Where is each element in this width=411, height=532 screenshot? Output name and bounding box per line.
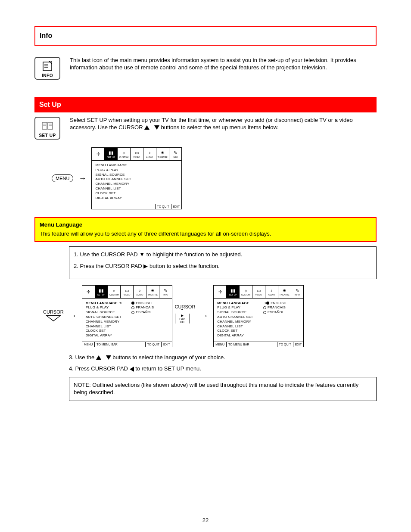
mi-0: MENU LANGUAGE xyxy=(95,163,178,168)
cursor-pad-right: CURSOR ▶ FAV CH xyxy=(175,304,196,328)
info-title: Info xyxy=(40,32,52,39)
setup-book-icon xyxy=(36,119,59,132)
tri-down-icon xyxy=(106,355,111,360)
fav-ch-icon: ▶ FAV CH xyxy=(175,309,190,328)
steps-box: 1. Use the CURSOR PAD ▼ to highlight the… xyxy=(69,246,377,279)
foot-exit: EXIT xyxy=(171,204,182,209)
notepad-icon xyxy=(36,59,59,72)
osd-menubar-2: ✢ ▮▮SET UP ☼CUSTOM ▭VIDEO ♪AUDIO ✷THEATR… xyxy=(82,286,172,299)
osd-foot-1: TO QUIT EXIT xyxy=(92,204,181,209)
setup-heading-bar: Set Up xyxy=(34,97,377,112)
info-row: INFO This last icon of the main menu pro… xyxy=(34,57,377,80)
step-2: 2. Press the CURSOR PAD ▶ button to sele… xyxy=(74,263,372,270)
mb-video: ▭VIDEO xyxy=(131,148,143,160)
svg-marker-4 xyxy=(49,61,52,64)
mb-info: ✎INFO xyxy=(169,148,182,160)
mi-1: PLUG & PLAY xyxy=(95,168,178,173)
setup-intro-c: buttons to select the set up menus items… xyxy=(161,124,279,131)
osd-cluster-2: CURSOR ▼ → ✢ ▮▮SET UP ☼CUSTOM ▭VIDEO ♪AU… xyxy=(43,285,377,347)
mi-6: CLOCK SET xyxy=(95,191,178,196)
osd-body-2: MENU LANGUAGE➔ PLUG & PLAY SIGNAL SOURCE… xyxy=(82,299,172,342)
info-title-box: Info xyxy=(34,26,377,46)
osd-foot-3: MENU TO MENU BAR TO QUIT EXIT xyxy=(214,342,303,347)
setup-heading: Set Up xyxy=(39,101,61,108)
opt-fr: FRANCAIS xyxy=(131,305,168,310)
cursor-down-glyph xyxy=(154,125,159,130)
osd-screen-3: ✢ ▮▮SET UP ☼CUSTOM ▭VIDEO ♪AUDIO ✷THEATR… xyxy=(213,285,304,347)
mi-3: AUTO CHANNEL SET xyxy=(95,177,178,182)
osd-screen-2: ✢ ▮▮SET UP ☼CUSTOM ▭VIDEO ♪AUDIO ✷THEATR… xyxy=(82,285,172,347)
cursor-pad-down: CURSOR ▼ xyxy=(43,309,64,323)
svg-rect-6 xyxy=(48,122,53,129)
osd-body-1: MENU LANGUAGE PLUG & PLAY SIGNAL SOURCE … xyxy=(92,161,181,204)
foot-quit: TO QUIT xyxy=(156,204,171,209)
mi3-0: MENU LANGUAGE xyxy=(217,301,263,306)
arrow-right-icon-2: → xyxy=(66,311,79,320)
osd-menubar-3: ✢ ▮▮SET UP ☼CUSTOM ▭VIDEO ♪AUDIO ✷THEATR… xyxy=(214,286,303,299)
info-description: This last icon of the main menu provides… xyxy=(70,57,377,72)
osd-screen-1: ✢ ▮▮SET UP ☼CUSTOM ▭VIDEO ♪AUDIO ✷THEATR… xyxy=(91,147,182,209)
arrow-right-icon-3: → xyxy=(198,311,211,320)
mb-nav: ✢ xyxy=(92,148,105,160)
setup-icon-label: SET UP xyxy=(36,133,59,138)
mi-4: CHANNEL MEMORY xyxy=(95,182,178,187)
mi-5: CHANNEL LIST xyxy=(95,187,178,191)
cursor-label: CURSOR xyxy=(43,309,64,314)
opt3-fr: FRANCAIS xyxy=(263,305,300,310)
arrow-right-icon: → xyxy=(76,174,89,183)
mb-setup: ▮▮SET UP xyxy=(105,148,118,160)
osd-menubar-1: ✢ ▮▮SET UP ☼CUSTOM ▭VIDEO ♪AUDIO ✷THEATR… xyxy=(92,148,181,161)
svg-rect-0 xyxy=(43,62,52,71)
mi-7: DIGITAL ARRAY xyxy=(95,196,178,201)
svg-rect-5 xyxy=(42,122,47,129)
step-4: 4. Press CURSOR PAD to return to SET UP … xyxy=(69,365,377,373)
mb-audio: ♪AUDIO xyxy=(143,148,156,160)
info-icon-frame: INFO xyxy=(34,57,60,80)
osd-foot-2: MENU TO MENU BAR TO QUIT EXIT xyxy=(82,342,172,347)
mb-theatre: ✷THEATRE xyxy=(156,148,169,160)
step-1: 1. Use the CURSOR PAD ▼ to highlight the… xyxy=(74,251,372,258)
note-text: NOTE: Outlined selections (like shown ab… xyxy=(74,382,372,396)
steps-3-4: 3. Use the buttons to select the languag… xyxy=(69,354,377,373)
setup-intro: Select SET UP when setting up your TV fo… xyxy=(70,117,377,131)
setup-intro-row: SET UP Select SET UP when setting up you… xyxy=(34,117,377,140)
opt-es: ESPAÑOL xyxy=(131,310,168,315)
note-box: NOTE: Outlined selections (like shown ab… xyxy=(69,377,377,401)
osd-cluster-1: MENU → ✢ ▮▮SET UP ☼CUSTOM ▭VIDEO ♪AUDIO … xyxy=(52,147,377,209)
cursor-up-glyph xyxy=(144,125,149,130)
menu-language-box: Menu Language This feature will allow yo… xyxy=(34,217,377,242)
tri-left-icon xyxy=(130,367,134,372)
mb-custom: ☼CUSTOM xyxy=(118,148,131,160)
step-3: 3. Use the buttons to select the languag… xyxy=(69,354,377,361)
lang-desc: This feature will allow you to select an… xyxy=(40,230,371,238)
lang-title: Menu Language xyxy=(40,221,371,229)
cursor-label-2: CURSOR xyxy=(175,304,196,309)
mi2-0: MENU LANGUAGE➔ xyxy=(86,301,132,306)
opt3-es: ESPAÑOL xyxy=(263,310,300,315)
info-icon-label: INFO xyxy=(36,73,59,78)
osd-body-3: MENU LANGUAGE PLUG & PLAY SIGNAL SOURCE … xyxy=(214,299,303,342)
setup-intro-a: Select SET UP when setting up your TV fo… xyxy=(70,117,253,123)
setup-icon-frame: SET UP xyxy=(34,117,60,140)
page-number: 22 xyxy=(0,517,411,523)
opt-en: ENGLISH xyxy=(131,301,168,306)
mi-2: SIGNAL SOURCE xyxy=(95,173,178,177)
menu-button-label: MENU xyxy=(52,174,73,182)
tri-up-icon xyxy=(96,355,101,360)
opt3-en: ➔ENGLISH xyxy=(263,301,300,306)
